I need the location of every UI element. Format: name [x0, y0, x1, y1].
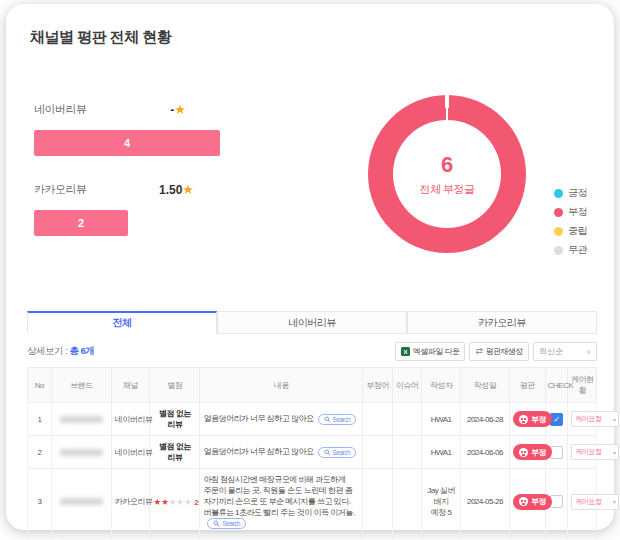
cell-reputation: 부정 [509, 469, 545, 535]
cell-brand [51, 403, 111, 436]
cell-author: HWA1 [422, 436, 461, 469]
naver-review-bar: 4 [34, 130, 220, 156]
review-text: 얼음덩어리가 너무 심하고 많아요 [203, 447, 313, 456]
check-checkbox[interactable]: ✓ [550, 413, 563, 426]
cell-issue-word [392, 469, 422, 535]
chevron-down-icon: ▾ [613, 498, 616, 505]
cell-brand [51, 535, 111, 540]
donut-center: 6 전체 부정글 [368, 95, 526, 253]
table-header-row: No브랜드채널별점내용부정어이슈어작성자작성일평판CHECK케어현황 [28, 368, 597, 403]
column-header: 부정어 [363, 368, 393, 403]
cell-date: 2024-06-06 [460, 436, 509, 469]
cell-date: 2024-04-17 [460, 535, 509, 540]
excel-download-button[interactable]: X 엑셀파일 다운 [395, 342, 466, 361]
legend-dot-icon [554, 227, 563, 236]
reputation-regenerate-button[interactable]: ⇄ 평판재생성 [469, 342, 529, 361]
cell-brand [51, 436, 111, 469]
cell-channel: 카카오리뷰 [111, 469, 150, 535]
legend-label: 긍정 [568, 186, 587, 200]
cell-negative-word [363, 403, 393, 436]
cell-care: 케어요청▾ [568, 469, 597, 535]
chevron-down-icon: ▾ [613, 416, 616, 423]
care-status-select[interactable]: 케어요청▾ [571, 494, 619, 510]
tab-kakao-review[interactable]: 카카오리뷰 [407, 311, 597, 334]
cell-rating: 별점 없는 리뷰 [150, 403, 200, 436]
channel-row-kakao: 카카오리뷰 1.50★ [34, 182, 224, 197]
blurred-brand [60, 498, 103, 505]
donut-legend: 긍정부정중립무관 [554, 186, 587, 257]
column-header: 별점 [150, 368, 200, 403]
cell-no: 1 [28, 403, 52, 436]
magnifier-icon [324, 416, 331, 423]
review-table: No브랜드채널별점내용부정어이슈어작성자작성일평판CHECK케어현황 1네이버리… [27, 367, 597, 540]
check-checkbox[interactable] [550, 495, 563, 508]
column-header: 작성일 [460, 368, 509, 403]
rating-label: 별점 없는 리뷰 [159, 409, 191, 429]
donut-center-value: 6 [441, 152, 453, 178]
column-header: 브랜드 [51, 368, 111, 403]
cell-content: 얼음덩어리가 너무 심하고 많아요Search [200, 403, 363, 436]
legend-dot-icon [554, 189, 563, 198]
search-badge[interactable]: Search [318, 447, 357, 458]
cell-author: jun**** [422, 535, 461, 540]
channel-rating: -★ [170, 102, 186, 117]
cell-care: 케어요청▾ [568, 436, 597, 469]
legend-label: 무관 [568, 243, 587, 257]
check-checkbox[interactable] [550, 446, 563, 459]
cell-date: 2024-06-28 [460, 403, 509, 436]
star-icon: ★ [182, 182, 194, 197]
cell-reputation: 부정 [509, 436, 545, 469]
channel-rating: 1.50★ [159, 182, 194, 197]
cell-negative-word [363, 469, 393, 535]
search-badge[interactable]: Search [318, 414, 357, 425]
table-row: 4네이버리뷰별점 없는 리뷰불친절해요. 12시경 남자분 옆에서 카운터 본 … [28, 535, 597, 540]
column-header: No [28, 368, 52, 403]
search-badge[interactable]: Search [207, 518, 246, 529]
review-text: 아침 점심시간엔 매장규모에 비해 과도하게 주문이 몰리는 곳. 직원들 손도… [203, 475, 354, 517]
legend-item[interactable]: 무관 [554, 243, 587, 257]
channel-tabs: 전체네이버리뷰카카오리뷰 [27, 311, 597, 334]
column-header: 내용 [200, 368, 363, 403]
tab-naver-review[interactable]: 네이버리뷰 [217, 311, 407, 334]
cell-channel: 네이버리뷰 [111, 436, 150, 469]
cell-channel: 네이버리뷰 [111, 403, 150, 436]
review-table-zone: 전체네이버리뷰카카오리뷰 상세보기 : 총 6개 X 엑셀파일 다운 ⇄ 평판재… [27, 311, 597, 540]
cell-no: 2 [28, 436, 52, 469]
care-status-select[interactable]: 케어요청▾ [571, 444, 619, 460]
column-header: 채널 [111, 368, 150, 403]
cell-content: 얼음덩어리가 너무 심하고 많아요Search [200, 436, 363, 469]
star-rating: ★★★★★2 [153, 498, 198, 507]
star-icon: ★ [174, 102, 186, 117]
tab-all[interactable]: 전체 [27, 311, 217, 334]
magnifier-icon [324, 449, 331, 456]
cell-author: Jay 실버 배지 예정 5 [422, 469, 461, 535]
rating-label: 별점 없는 리뷰 [159, 442, 191, 462]
legend-item[interactable]: 중립 [554, 224, 587, 238]
table-toolbar: 상세보기 : 총 6개 X 엑셀파일 다운 ⇄ 평판재생성 최신순∨ [27, 342, 597, 361]
total-count: 총 6개 [69, 345, 94, 356]
cell-issue-word [392, 403, 422, 436]
donut-center-label: 전체 부정글 [419, 182, 474, 197]
angry-face-icon [519, 448, 528, 457]
column-header: CHECK [545, 368, 568, 403]
channel-name: 카카오리뷰 [34, 182, 87, 197]
cell-rating: 별점 없는 리뷰 [150, 436, 200, 469]
table-row: 2네이버리뷰별점 없는 리뷰얼음덩어리가 너무 심하고 많아요SearchHWA… [28, 436, 597, 469]
cell-date: 2024-05-26 [460, 469, 509, 535]
review-table-body: 1네이버리뷰별점 없는 리뷰얼음덩어리가 너무 심하고 많아요SearchHWA… [28, 403, 597, 540]
reputation-badge: 부정 [513, 411, 552, 427]
cell-author: HWA1 [422, 403, 461, 436]
legend-label: 중립 [568, 224, 587, 238]
column-header: 평판 [509, 368, 545, 403]
legend-item[interactable]: 부정 [554, 205, 587, 219]
reputation-badge: 부정 [513, 444, 552, 460]
cell-no: 3 [28, 469, 52, 535]
cell-brand [51, 469, 111, 535]
sort-select[interactable]: 최신순∨ [533, 342, 597, 361]
cell-rating: 별점 없는 리뷰 [150, 535, 200, 540]
blurred-brand [60, 449, 103, 456]
legend-item[interactable]: 긍정 [554, 186, 587, 200]
page-title: 채널별 평판 전체 현황 [30, 28, 172, 47]
cell-care: 케어요청▾ [568, 403, 597, 436]
care-status-select[interactable]: 케어요청▾ [571, 411, 619, 427]
